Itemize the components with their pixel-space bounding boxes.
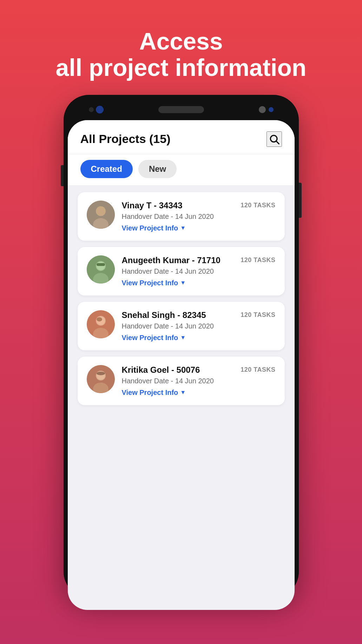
avatar-image-3 <box>87 310 115 338</box>
chevron-down-icon-2: ▼ <box>180 280 186 286</box>
filter-tabs: Created New <box>68 154 295 185</box>
svg-point-21 <box>97 372 105 375</box>
svg-point-6 <box>97 207 105 216</box>
notch-sensors <box>259 106 274 113</box>
search-icon <box>269 134 280 145</box>
project-info-2: Anugeeth Kumar - 71710 120 TASKS Handove… <box>122 255 276 287</box>
sensor-1 <box>259 106 266 113</box>
view-project-btn-3[interactable]: View Project Info ▼ <box>122 334 186 342</box>
task-count-3: 120 TASKS <box>241 311 275 319</box>
phone-notch <box>68 99 295 120</box>
project-info-1: Vinay T - 34343 120 TASKS Handover Date … <box>122 201 276 232</box>
view-project-btn-2[interactable]: View Project Info ▼ <box>122 279 186 287</box>
project-name-row-4: Kritika Goel - 50076 120 TASKS <box>122 365 276 375</box>
svg-rect-11 <box>97 263 105 266</box>
task-count-2: 120 TASKS <box>241 256 275 264</box>
task-count-4: 120 TASKS <box>241 366 275 373</box>
project-card-3: Snehal Singh - 82345 120 TASKS Handover … <box>78 302 285 350</box>
tab-new[interactable]: New <box>138 160 177 178</box>
project-name-3: Snehal Singh - 82345 <box>122 310 206 320</box>
chevron-down-icon-1: ▼ <box>180 225 186 231</box>
project-card-4: Kritika Goel - 50076 120 TASKS Handover … <box>78 357 285 405</box>
phone-screen: All Projects (15) Created New <box>68 120 295 610</box>
svg-line-1 <box>276 141 279 144</box>
handover-date-4: Handover Date - 14 Jun 2020 <box>122 377 276 385</box>
project-card-1: Vinay T - 34343 120 TASKS Handover Date … <box>78 192 285 241</box>
project-name-row-2: Anugeeth Kumar - 71710 120 TASKS <box>122 255 276 265</box>
handover-date-2: Handover Date - 14 Jun 2020 <box>122 267 276 275</box>
svg-point-16 <box>97 317 102 321</box>
avatar-image-1 <box>87 201 115 229</box>
search-button[interactable] <box>266 131 282 147</box>
app-title: All Projects (15) <box>80 132 171 146</box>
chevron-down-icon-4: ▼ <box>180 389 186 396</box>
handover-date-1: Handover Date - 14 Jun 2020 <box>122 213 276 221</box>
header-line1: Access <box>139 28 223 54</box>
project-info-4: Kritika Goel - 50076 120 TASKS Handover … <box>122 365 276 397</box>
project-name-1: Vinay T - 34343 <box>122 201 183 210</box>
chevron-down-icon-3: ▼ <box>180 334 186 341</box>
avatar-3 <box>87 310 115 338</box>
page-header: Access all project information <box>55 28 306 81</box>
header-line2: all project information <box>55 54 306 81</box>
task-count-1: 120 TASKS <box>241 202 275 209</box>
avatar-image-4 <box>87 365 115 393</box>
project-name-row-1: Vinay T - 34343 120 TASKS <box>122 201 276 210</box>
project-name-row-3: Snehal Singh - 82345 120 TASKS <box>122 310 276 320</box>
camera-dot <box>89 107 94 112</box>
sensor-2 <box>269 107 274 112</box>
project-list: Vinay T - 34343 120 TASKS Handover Date … <box>68 185 295 610</box>
handover-date-3: Handover Date - 14 Jun 2020 <box>122 322 276 330</box>
avatar-2 <box>87 255 115 284</box>
project-name-2: Anugeeth Kumar - 71710 <box>122 255 221 265</box>
camera-main <box>96 106 104 113</box>
svg-point-0 <box>270 135 277 142</box>
project-card-2: Anugeeth Kumar - 71710 120 TASKS Handove… <box>78 247 285 295</box>
project-info-3: Snehal Singh - 82345 120 TASKS Handover … <box>122 310 276 342</box>
app-header: All Projects (15) <box>68 120 295 154</box>
avatar-1 <box>87 201 115 229</box>
project-name-4: Kritika Goel - 50076 <box>122 365 200 375</box>
avatar-image-2 <box>87 255 115 284</box>
phone-frame: All Projects (15) Created New <box>64 95 299 597</box>
notch-speaker <box>158 106 204 113</box>
view-project-btn-1[interactable]: View Project Info ▼ <box>122 224 186 232</box>
avatar-4 <box>87 365 115 393</box>
view-project-btn-4[interactable]: View Project Info ▼ <box>122 389 186 397</box>
tab-created[interactable]: Created <box>80 160 133 178</box>
